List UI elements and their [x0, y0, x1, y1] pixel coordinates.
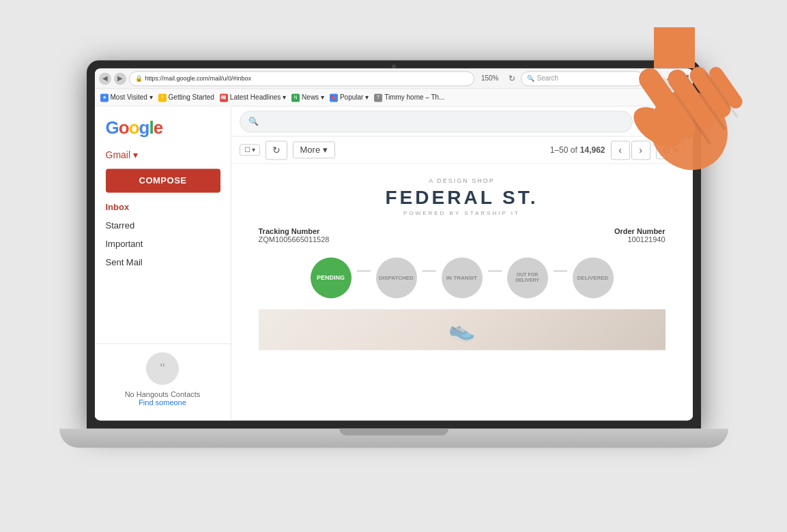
pagination-range: 1–50 of — [550, 145, 577, 155]
bookmark-label: Most Visited ▾ — [111, 93, 153, 101]
scene: ◀ ▶ 🔒 https://mail.google.com/mail/u/0/#… — [0, 0, 787, 532]
bookmark-getting-started[interactable]: ? Getting Started — [158, 93, 214, 102]
step-dispatched: DISPATCHED — [376, 257, 417, 298]
laptop-screen: ◀ ▶ 🔒 https://mail.google.com/mail/u/0/#… — [95, 68, 693, 420]
svg-rect-17 — [704, 72, 738, 118]
search-placeholder: Search — [537, 74, 559, 82]
svg-rect-7 — [647, 125, 650, 128]
step-delivered-label: DELIVERED — [577, 275, 609, 281]
address-bar[interactable]: 🔒 https://mail.google.com/mail/u/0/#inbo… — [129, 71, 474, 86]
gmail-text: Gmail — [106, 149, 131, 160]
gmail-header: 🔍 — [231, 106, 693, 136]
zoom-indicator: 150% — [477, 74, 503, 82]
bookmark-label-5: Popular ▾ — [340, 93, 369, 101]
apps-button[interactable] — [638, 111, 659, 132]
email-powered-by: POWERED BY STARSHIP IT — [386, 210, 539, 216]
bookmark-icon: ★ — [100, 93, 109, 102]
gmail-search-bar[interactable]: 🔍 — [240, 110, 633, 132]
svg-rect-5 — [652, 120, 655, 123]
more-label: More — [300, 145, 321, 155]
pagination-nav: ‹ › — [611, 141, 650, 160]
checkbox-icon: ☐ — [244, 146, 251, 153]
refresh-emails-button[interactable]: ↻ — [266, 141, 287, 160]
tracking-label: Tracking Number — [259, 227, 330, 235]
svg-rect-6 — [642, 125, 645, 128]
share-icon[interactable]: ↗ — [663, 72, 675, 85]
progress-steps: PENDING DISPATCHED — [259, 257, 666, 298]
url-text: https://mail.google.com/mail/u/0/#inbox — [145, 75, 252, 82]
account-button[interactable]: 🔔 — [664, 111, 685, 132]
hangouts-icon: " — [160, 361, 164, 376]
federal-email: A DESIGN SHOP FEDERAL ST. POWERED BY STA… — [231, 164, 693, 364]
forward-icon: ▶ — [117, 74, 123, 82]
shoes-visual: 👟 — [448, 316, 476, 342]
step-connector-1 — [357, 270, 371, 271]
next-page-button[interactable]: › — [631, 141, 650, 160]
orange-accent — [654, 27, 695, 68]
sidebar-item-sent[interactable]: Sent Mail — [95, 253, 231, 271]
forward-button[interactable]: ▶ — [114, 72, 126, 85]
step-delivered-circle: DELIVERED — [573, 257, 614, 298]
sidebar-item-inbox[interactable]: Inbox — [95, 198, 231, 216]
bookmark-headlines[interactable]: 📰 Latest Headlines ▾ — [220, 93, 286, 102]
step-in-transit-circle: IN TRANSIT — [442, 257, 483, 298]
order-info: Order Number 100121940 — [614, 227, 666, 243]
gmail-sidebar: Google Gmail ▾ COMPOSE Inbox — [95, 106, 231, 420]
step-dispatched-label: DISPATCHED — [379, 275, 414, 281]
settings-icon: ⚙ — [662, 145, 671, 156]
search-icon: 🔍 — [527, 75, 534, 82]
browser-search-bar[interactable]: 🔍 Search — [521, 71, 644, 86]
laptop-body: ◀ ▶ 🔒 https://mail.google.com/mail/u/0/#… — [87, 60, 701, 456]
pagination-info: 1–50 of 14,962 — [550, 145, 605, 155]
more-arrow-icon: ▾ — [323, 145, 328, 155]
notification-icon: 🔔 — [669, 116, 680, 126]
bookmark-timmy[interactable]: T Timmy home – Th... — [374, 93, 444, 102]
menu-button[interactable] — [679, 75, 689, 82]
google-logo: Google — [95, 112, 231, 147]
sidebar-item-important[interactable]: Important — [95, 235, 231, 253]
bookmark-popular[interactable]: 🔖 Popular ▾ — [330, 93, 369, 102]
pinterest-icon[interactable]: P — [646, 72, 659, 85]
back-button[interactable]: ◀ — [99, 72, 111, 85]
more-button[interactable]: More ▾ — [293, 141, 336, 158]
gmail-label[interactable]: Gmail ▾ — [95, 147, 231, 163]
browser-toolbar: ◀ ▶ 🔒 https://mail.google.com/mail/u/0/#… — [95, 68, 693, 89]
laptop-base — [59, 428, 728, 447]
dropdown-arrow: ▾ — [252, 146, 255, 153]
hangouts-section: " No Hangouts Contacts Find someone — [95, 343, 231, 415]
step-in-transit-label: IN TRANSIT — [446, 275, 477, 281]
refresh-button[interactable]: ↻ — [506, 72, 518, 85]
find-someone-link[interactable]: Find someone — [106, 398, 220, 407]
no-contacts-text: No Hangouts Contacts — [106, 390, 220, 398]
tracking-row: Tracking Number ZQM1005665011528 Order N… — [259, 227, 666, 243]
bookmark-most-visited[interactable]: ★ Most Visited ▾ — [100, 93, 153, 102]
step-out-for-delivery: OUT FORDELIVERY — [507, 257, 548, 298]
settings-button[interactable]: ⚙ ▾ — [656, 141, 685, 159]
shoes-image: 👟 — [259, 309, 666, 350]
email-brand-name: FEDERAL ST. — [386, 187, 539, 209]
step-pending-circle: PENDING — [311, 257, 352, 298]
gmail-dropdown-icon: ▾ — [133, 149, 138, 160]
back-icon: ◀ — [102, 74, 108, 82]
svg-rect-4 — [647, 120, 651, 124]
svg-rect-13 — [706, 64, 745, 111]
order-value: 100121940 — [614, 235, 666, 243]
step-dispatched-circle: DISPATCHED — [376, 257, 417, 298]
bookmark-news[interactable]: N News ▾ — [291, 93, 324, 102]
sidebar-item-starred[interactable]: Starred — [95, 216, 231, 235]
step-out-delivery-label: OUT FORDELIVERY — [515, 272, 539, 284]
browser-icons: P ↗ — [646, 72, 689, 85]
step-pending-label: PENDING — [317, 274, 345, 281]
tracking-info: Tracking Number ZQM1005665011528 — [259, 227, 330, 243]
tracking-value: ZQM1005665011528 — [259, 235, 330, 243]
laptop-screen-bezel: ◀ ▶ 🔒 https://mail.google.com/mail/u/0/#… — [87, 60, 701, 428]
compose-button[interactable]: COMPOSE — [106, 168, 220, 192]
svg-rect-8 — [652, 125, 655, 128]
search-icon-gmail: 🔍 — [248, 117, 259, 126]
select-all-checkbox[interactable]: ☐ ▾ — [240, 144, 260, 156]
bookmark-icon-6: T — [374, 93, 382, 102]
bookmark-icon-3: 📰 — [220, 93, 228, 102]
svg-rect-3 — [642, 120, 646, 124]
prev-page-button[interactable]: ‹ — [611, 141, 630, 160]
hangouts-avatar: " — [146, 352, 179, 385]
